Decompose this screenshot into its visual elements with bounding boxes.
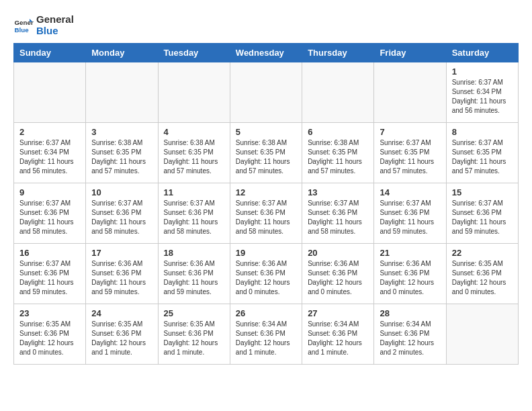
day-info: Sunrise: 6:36 AM Sunset: 6:36 PM Dayligh…: [308, 259, 368, 297]
calendar-cell: [230, 62, 302, 123]
weekday-header-tuesday: Tuesday: [158, 44, 230, 62]
week-row-3: 16Sunrise: 6:37 AM Sunset: 6:36 PM Dayli…: [14, 244, 519, 304]
day-info: Sunrise: 6:35 AM Sunset: 6:36 PM Dayligh…: [19, 320, 80, 357]
day-number: 22: [452, 248, 513, 258]
calendar-cell: 3Sunrise: 6:38 AM Sunset: 6:35 PM Daylig…: [86, 123, 158, 183]
calendar-cell: [158, 62, 230, 123]
day-info: Sunrise: 6:35 AM Sunset: 6:36 PM Dayligh…: [452, 259, 513, 297]
logo-blue-text: Blue: [36, 25, 74, 36]
day-info: Sunrise: 6:37 AM Sunset: 6:34 PM Dayligh…: [452, 78, 513, 116]
calendar-cell: 12Sunrise: 6:37 AM Sunset: 6:36 PM Dayli…: [230, 183, 302, 244]
day-number: 18: [164, 248, 224, 258]
calendar-cell: 21Sunrise: 6:36 AM Sunset: 6:36 PM Dayli…: [374, 244, 446, 304]
day-number: 9: [19, 187, 80, 197]
day-info: Sunrise: 6:37 AM Sunset: 6:35 PM Dayligh…: [452, 138, 513, 176]
calendar-cell: 1Sunrise: 6:37 AM Sunset: 6:34 PM Daylig…: [446, 62, 518, 123]
calendar-cell: [14, 62, 86, 123]
calendar-cell: 20Sunrise: 6:36 AM Sunset: 6:36 PM Dayli…: [302, 244, 374, 304]
calendar-cell: [374, 62, 446, 123]
calendar-cell: [302, 62, 374, 123]
day-info: Sunrise: 6:37 AM Sunset: 6:36 PM Dayligh…: [380, 199, 440, 236]
calendar-cell: [446, 304, 518, 365]
calendar-body: 1Sunrise: 6:37 AM Sunset: 6:34 PM Daylig…: [14, 62, 519, 365]
calendar-cell: 7Sunrise: 6:37 AM Sunset: 6:35 PM Daylig…: [374, 123, 446, 183]
calendar-cell: 24Sunrise: 6:35 AM Sunset: 6:36 PM Dayli…: [86, 304, 158, 365]
day-number: 20: [308, 248, 368, 258]
calendar-cell: 18Sunrise: 6:36 AM Sunset: 6:36 PM Dayli…: [158, 244, 230, 304]
day-info: Sunrise: 6:34 AM Sunset: 6:36 PM Dayligh…: [380, 320, 440, 357]
calendar-cell: 14Sunrise: 6:37 AM Sunset: 6:36 PM Dayli…: [374, 183, 446, 244]
day-number: 17: [91, 248, 152, 258]
week-row-0: 1Sunrise: 6:37 AM Sunset: 6:34 PM Daylig…: [14, 62, 519, 123]
calendar-cell: 25Sunrise: 6:35 AM Sunset: 6:36 PM Dayli…: [158, 304, 230, 365]
calendar-cell: 19Sunrise: 6:36 AM Sunset: 6:36 PM Dayli…: [230, 244, 302, 304]
day-info: Sunrise: 6:38 AM Sunset: 6:35 PM Dayligh…: [308, 138, 368, 176]
calendar: SundayMondayTuesdayWednesdayThursdayFrid…: [13, 43, 519, 365]
day-number: 25: [164, 308, 224, 318]
calendar-cell: 23Sunrise: 6:35 AM Sunset: 6:36 PM Dayli…: [14, 304, 86, 365]
week-row-1: 2Sunrise: 6:37 AM Sunset: 6:34 PM Daylig…: [14, 123, 519, 183]
day-info: Sunrise: 6:38 AM Sunset: 6:35 PM Dayligh…: [164, 138, 224, 176]
week-row-4: 23Sunrise: 6:35 AM Sunset: 6:36 PM Dayli…: [14, 304, 519, 365]
day-info: Sunrise: 6:36 AM Sunset: 6:36 PM Dayligh…: [91, 259, 152, 297]
day-number: 26: [236, 308, 296, 318]
day-info: Sunrise: 6:34 AM Sunset: 6:36 PM Dayligh…: [308, 320, 368, 357]
weekday-header-thursday: Thursday: [302, 44, 374, 62]
calendar-cell: 4Sunrise: 6:38 AM Sunset: 6:35 PM Daylig…: [158, 123, 230, 183]
day-info: Sunrise: 6:38 AM Sunset: 6:35 PM Dayligh…: [236, 138, 296, 176]
calendar-cell: 11Sunrise: 6:37 AM Sunset: 6:36 PM Dayli…: [158, 183, 230, 244]
day-info: Sunrise: 6:37 AM Sunset: 6:36 PM Dayligh…: [91, 199, 152, 236]
day-number: 6: [308, 127, 368, 137]
day-number: 5: [236, 127, 296, 137]
day-number: 16: [19, 248, 80, 258]
day-info: Sunrise: 6:36 AM Sunset: 6:36 PM Dayligh…: [380, 259, 440, 297]
day-info: Sunrise: 6:37 AM Sunset: 6:36 PM Dayligh…: [308, 199, 368, 236]
day-number: 1: [452, 66, 513, 77]
day-number: 23: [19, 308, 80, 318]
day-number: 19: [236, 248, 296, 258]
calendar-cell: 9Sunrise: 6:37 AM Sunset: 6:36 PM Daylig…: [14, 183, 86, 244]
week-row-2: 9Sunrise: 6:37 AM Sunset: 6:36 PM Daylig…: [14, 183, 519, 244]
weekday-header-wednesday: Wednesday: [230, 44, 302, 62]
day-info: Sunrise: 6:37 AM Sunset: 6:36 PM Dayligh…: [19, 259, 80, 297]
day-info: Sunrise: 6:34 AM Sunset: 6:36 PM Dayligh…: [236, 320, 296, 357]
calendar-cell: 13Sunrise: 6:37 AM Sunset: 6:36 PM Dayli…: [302, 183, 374, 244]
day-number: 2: [19, 127, 80, 137]
day-info: Sunrise: 6:38 AM Sunset: 6:35 PM Dayligh…: [91, 138, 152, 176]
header: General Blue General Blue: [13, 13, 519, 36]
calendar-cell: 26Sunrise: 6:34 AM Sunset: 6:36 PM Dayli…: [230, 304, 302, 365]
day-number: 4: [164, 127, 224, 137]
calendar-cell: 15Sunrise: 6:37 AM Sunset: 6:36 PM Dayli…: [446, 183, 518, 244]
day-number: 14: [380, 187, 440, 197]
calendar-cell: 2Sunrise: 6:37 AM Sunset: 6:34 PM Daylig…: [14, 123, 86, 183]
day-number: 15: [452, 187, 513, 197]
day-info: Sunrise: 6:35 AM Sunset: 6:36 PM Dayligh…: [164, 320, 224, 357]
calendar-cell: 28Sunrise: 6:34 AM Sunset: 6:36 PM Dayli…: [374, 304, 446, 365]
calendar-cell: 27Sunrise: 6:34 AM Sunset: 6:36 PM Dayli…: [302, 304, 374, 365]
calendar-cell: 10Sunrise: 6:37 AM Sunset: 6:36 PM Dayli…: [86, 183, 158, 244]
day-number: 21: [380, 248, 440, 258]
svg-text:General: General: [15, 19, 34, 26]
day-number: 12: [236, 187, 296, 197]
calendar-cell: 5Sunrise: 6:38 AM Sunset: 6:35 PM Daylig…: [230, 123, 302, 183]
day-number: 13: [308, 187, 368, 197]
logo: General Blue General Blue: [13, 13, 74, 36]
day-info: Sunrise: 6:37 AM Sunset: 6:34 PM Dayligh…: [19, 138, 80, 176]
calendar-cell: 8Sunrise: 6:37 AM Sunset: 6:35 PM Daylig…: [446, 123, 518, 183]
svg-text:Blue: Blue: [15, 26, 30, 34]
logo-icon: General Blue: [13, 15, 34, 35]
day-number: 28: [380, 308, 440, 318]
day-info: Sunrise: 6:37 AM Sunset: 6:36 PM Dayligh…: [452, 199, 513, 236]
weekday-header-sunday: Sunday: [14, 44, 86, 62]
day-number: 27: [308, 308, 368, 318]
day-number: 24: [91, 308, 152, 318]
weekday-header-row: SundayMondayTuesdayWednesdayThursdayFrid…: [14, 44, 519, 62]
day-info: Sunrise: 6:37 AM Sunset: 6:36 PM Dayligh…: [164, 199, 224, 236]
day-info: Sunrise: 6:36 AM Sunset: 6:36 PM Dayligh…: [164, 259, 224, 297]
logo-general-text: General: [36, 13, 74, 25]
day-number: 8: [452, 127, 513, 137]
day-info: Sunrise: 6:37 AM Sunset: 6:35 PM Dayligh…: [380, 138, 440, 176]
day-info: Sunrise: 6:37 AM Sunset: 6:36 PM Dayligh…: [236, 199, 296, 236]
calendar-cell: 6Sunrise: 6:38 AM Sunset: 6:35 PM Daylig…: [302, 123, 374, 183]
weekday-header-monday: Monday: [86, 44, 158, 62]
